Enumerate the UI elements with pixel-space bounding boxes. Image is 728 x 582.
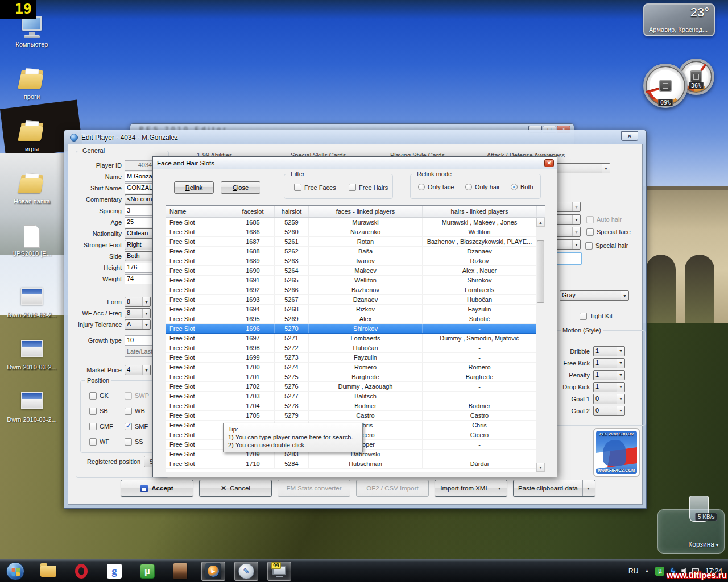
- close-icon[interactable]: ✕: [621, 131, 638, 141]
- table-row[interactable]: Free Slot16955269AlexSubotić: [166, 314, 536, 324]
- table-row[interactable]: Free Slot16965270Shirokov-: [166, 324, 536, 334]
- taskbar-app-explorer[interactable]: [36, 562, 60, 581]
- close-icon[interactable]: ✕: [544, 159, 554, 167]
- table-row[interactable]: Free Slot16985272Hubočan-: [166, 343, 536, 353]
- utorrent-tray-icon[interactable]: µ: [655, 567, 664, 576]
- chevron-down-icon: ▼: [617, 394, 624, 404]
- tight-kit-checkbox[interactable]: Tight Kit: [580, 311, 613, 321]
- table-row[interactable]: Free Slot16875261RotanBazhenov , Błaszcz…: [166, 237, 536, 247]
- relink-button[interactable]: Relink: [174, 181, 214, 194]
- skin-color-select[interactable]: Gray▼: [560, 290, 629, 301]
- field-select-market-price[interactable]: 4▼: [125, 365, 151, 375]
- button-import-from-xml[interactable]: Import from XML▼: [435, 480, 507, 497]
- taskbar-app-utorrent[interactable]: µ: [135, 562, 159, 581]
- column-header-hairs-linked-players[interactable]: hairs - linked players: [423, 206, 537, 217]
- table-row[interactable]: Free Slot16995273Fayzulin-: [166, 353, 536, 363]
- button-accept[interactable]: Accept: [121, 480, 193, 497]
- table-row[interactable]: Free Slot17045278BodmerBodmer: [166, 401, 536, 411]
- show-hidden-icons[interactable]: ▲: [644, 568, 649, 573]
- chevron-down-icon[interactable]: ▼: [582, 480, 590, 496]
- table-row[interactable]: Free Slot16975271LombaertsDummy , Samodi…: [166, 334, 536, 343]
- button-cancel[interactable]: ✕Cancel: [199, 480, 272, 497]
- table-row[interactable]: Free Slot16855259MurawskiMurawski , Make…: [166, 218, 536, 227]
- table-row[interactable]: Free Slot16915265WellitonShirokov: [166, 276, 536, 285]
- desktop-icon-x[interactable]: Компьютер: [5, 15, 59, 67]
- desktop-icon-x[interactable]: Новая папка: [5, 172, 59, 224]
- motion-select-free-kick[interactable]: 1▼: [593, 358, 625, 368]
- table-row[interactable]: Free Slot16895263IvanovRizkov: [166, 256, 536, 266]
- position-checkbox-cmf[interactable]: CMF: [89, 421, 125, 431]
- special-hair-checkbox[interactable]: Special hair: [585, 240, 628, 251]
- desktop-icon-ups2010[interactable]: UPS2010 [Е...: [5, 224, 59, 276]
- table-row[interactable]: Free Slot16905264MakeevAlex , Neuer: [166, 266, 536, 276]
- table-row[interactable]: Free Slot17025276Dummy , Azaouagh-: [166, 382, 536, 392]
- table-row[interactable]: Free Slot16925266BazhenovLombaerts: [166, 285, 536, 295]
- scroll-down-icon[interactable]: ▼: [536, 463, 545, 472]
- cell-hairslot: 5259: [275, 218, 309, 227]
- vertical-scrollbar[interactable]: ▲ ▼: [536, 218, 545, 472]
- table-row[interactable]: Free Slot16865260NazarenkoWelliton: [166, 227, 536, 237]
- table-row[interactable]: Free Slot16885262BašaDzanaev: [166, 247, 536, 256]
- motion-select-penalty[interactable]: 1▼: [593, 370, 625, 380]
- motion-select-drop-kick[interactable]: 1▼: [593, 382, 625, 392]
- table-row[interactable]: Free Slot17035277Balitsch-: [166, 392, 536, 401]
- table-row[interactable]: Free Slot17015275BargfredeBargfrede: [166, 372, 536, 382]
- cell-name: Free Slot: [166, 314, 231, 323]
- position-checkbox-wf[interactable]: WF: [89, 436, 125, 447]
- scroll-up-icon[interactable]: ▲: [536, 218, 545, 227]
- close-button[interactable]: Close: [221, 181, 260, 194]
- taskbar-app-media-player[interactable]: ▶: [201, 562, 225, 581]
- special-face-checkbox[interactable]: Special face: [586, 227, 631, 237]
- taskbar-app-start[interactable]: [3, 562, 27, 581]
- only-hair-radio[interactable]: Only hair: [465, 184, 500, 190]
- field-select-wf-acc-freq[interactable]: 8▼: [125, 308, 151, 318]
- table-row[interactable]: Free Slot17055279CastroCastro: [166, 411, 536, 421]
- field-select-injury-tolerance[interactable]: A▼: [125, 319, 151, 330]
- cpu-gauge-gadget[interactable]: 09%: [643, 64, 688, 108]
- cell-name: Free Slot: [166, 382, 231, 391]
- only-face-radio[interactable]: Only face: [418, 184, 454, 190]
- only-hair-label: Only hair: [475, 184, 500, 190]
- column-header-faces-linked-players[interactable]: faces - linked players: [309, 206, 423, 217]
- position-checkbox-gk[interactable]: GK: [89, 390, 125, 401]
- table-row[interactable]: Free Slot17005274RomeroRomero: [166, 363, 536, 372]
- checkbox-icon: [586, 216, 594, 223]
- taskbar-app-photo[interactable]: [168, 562, 192, 581]
- desktop-icon-label: Dwm 2010-03-2...: [7, 416, 56, 423]
- position-checkbox-sb[interactable]: SB: [89, 406, 125, 416]
- free-hairs-checkbox[interactable]: Free Hairs: [349, 184, 388, 191]
- table-row[interactable]: Free Slot17105284HübschmanDárdai: [166, 459, 536, 469]
- desktop-icon-x[interactable]: проги: [5, 67, 59, 119]
- taskbar-app-google[interactable]: g: [102, 562, 126, 581]
- logo-art: PES 2010 EDITOR www.FIFACZ.COM: [596, 431, 637, 474]
- button-paste-clipboard-data[interactable]: Paste clipboard data▼: [513, 480, 595, 497]
- desktop-icon-dwm-2010-03-2[interactable]: Dwm 2010-03-2...: [5, 338, 59, 390]
- motion-select-dribble[interactable]: 1▼: [593, 346, 625, 356]
- cell-hairslot: 5265: [275, 276, 309, 285]
- weather-gadget[interactable]: 23° Армавир, Краснод...: [643, 3, 715, 36]
- weather-location: Армавир, Краснод...: [649, 26, 708, 33]
- desktop-icon-dwm-2010-03-2[interactable]: Dwm 2010-03-2...: [5, 390, 59, 442]
- language-indicator[interactable]: RU: [628, 567, 638, 575]
- desktop-icon-x[interactable]: игры: [5, 119, 59, 172]
- chevron-down-icon: ▼: [572, 227, 580, 236]
- table-row[interactable]: Free Slot16945268RizkovFayzulin: [166, 305, 536, 314]
- motion-select-goal-1[interactable]: 0▼: [593, 394, 625, 404]
- field-select-form[interactable]: 8▼: [125, 297, 151, 307]
- chevron-down-icon[interactable]: ▼: [494, 480, 502, 496]
- desktop-icon-dwm-2010-03-2[interactable]: Dwm 2010-03-2...: [5, 285, 59, 338]
- both-radio[interactable]: Both: [511, 184, 533, 190]
- column-header-name[interactable]: Name: [166, 206, 231, 217]
- taskbar-app-pes-editor[interactable]: ✎: [234, 562, 258, 581]
- free-faces-checkbox[interactable]: Free Faces: [294, 184, 336, 191]
- column-header-hairslot[interactable]: hairslot: [275, 206, 309, 217]
- table-row[interactable]: Free Slot16935267DzanaevHubočan: [166, 295, 536, 305]
- taskbar-app-screens[interactable]: 99: [267, 562, 291, 581]
- motion-select-goal-2[interactable]: 0▼: [593, 406, 625, 416]
- column-header-faceslot[interactable]: faceslot: [231, 206, 275, 217]
- desktop-icon-label: Новая папка: [14, 198, 50, 205]
- scrollbar-thumb[interactable]: [537, 240, 544, 303]
- edit-player-titlebar: Edit Player - 4034 - M.Gonzalez: [70, 132, 178, 143]
- select-value: 0: [594, 406, 617, 415]
- taskbar-app-opera[interactable]: [69, 562, 93, 581]
